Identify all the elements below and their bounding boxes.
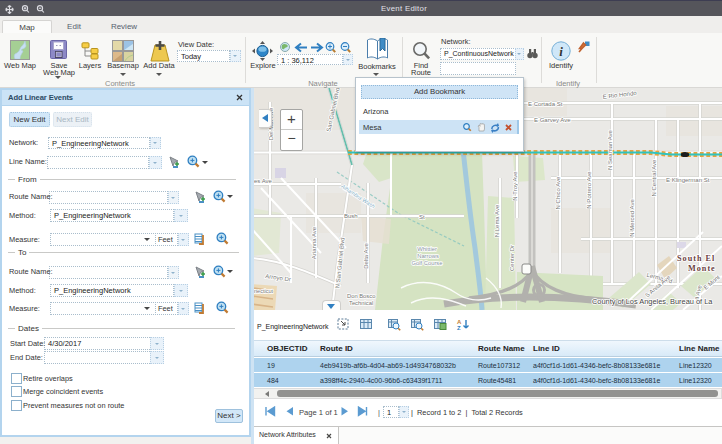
svg-text:Bush: Bush [344, 213, 358, 219]
svg-text:Whittier: Whittier [417, 246, 437, 252]
svg-text:N Seaman Ave: N Seaman Ave [607, 129, 613, 170]
svg-text:i: i [559, 44, 563, 59]
svg-text:Technical: Technical [349, 300, 373, 306]
svg-text:Narrows: Narrows [417, 253, 439, 259]
svg-text:South El: South El [677, 254, 715, 263]
svg-text:E Garvey Ave: E Garvey Ave [534, 117, 571, 123]
svg-text:Don Bosco: Don Bosco [347, 293, 375, 299]
svg-text:Delta Ave: Delta Ave [363, 243, 369, 269]
svg-text:N Merced Ave: N Merced Ave [629, 199, 635, 237]
svg-text:E Klingerman St: E Klingerman St [666, 177, 710, 183]
svg-text:nnecticut: nnecticut [251, 288, 273, 294]
svg-text:N Chico Ave: N Chico Ave [555, 176, 561, 210]
svg-text:County of Los Angeles, Bureau: County of Los Angeles, Bureau of La [592, 297, 713, 306]
svg-text:N Central Ave: N Central Ave [651, 159, 657, 197]
svg-text:N Potrero Ave: N Potrero Ave [586, 171, 592, 209]
svg-text:ves Ave: ves Ave [251, 178, 273, 184]
svg-text:N Troy Ave: N Troy Ave [512, 171, 518, 201]
svg-text:Golf Course: Golf Course [412, 260, 443, 266]
svg-text:N Lema Ave: N Lema Ave [494, 204, 500, 237]
svg-text:Page 1 of 1: Page 1 of 1 [299, 408, 338, 417]
svg-text:Center Dr: Center Dr [509, 245, 515, 271]
svg-text:E Cortada St: E Cortada St [528, 101, 563, 107]
svg-text:Monte: Monte [688, 264, 716, 273]
svg-text:Z: Z [457, 325, 461, 331]
svg-text:St: St [419, 214, 425, 220]
svg-text:Arianna Ave: Arianna Ave [311, 226, 317, 259]
